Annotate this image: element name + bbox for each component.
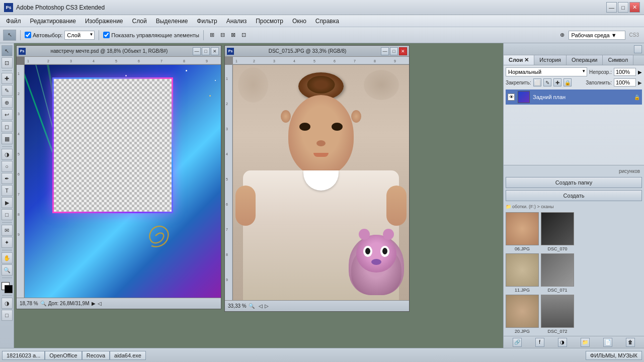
doc2-close[interactable]: ✕ xyxy=(399,47,407,55)
blend-mode-dropdown[interactable]: Нормальный ▼ xyxy=(506,67,587,76)
opacity-input[interactable] xyxy=(614,68,636,76)
doc1-minimize[interactable]: — xyxy=(193,47,201,55)
screen-mode-btn[interactable]: □ xyxy=(2,310,13,321)
mask-mode-btn[interactable]: ◑ xyxy=(2,298,13,309)
delete-layer-btn[interactable]: 🗑 xyxy=(626,338,635,347)
color-picker[interactable] xyxy=(2,282,13,293)
panel-menu-button[interactable] xyxy=(634,45,642,53)
create-folder-button[interactable]: Создать папку xyxy=(506,177,642,188)
fill-input[interactable] xyxy=(614,78,636,86)
doc1-close[interactable]: ✕ xyxy=(211,47,219,55)
menu-file[interactable]: Файл xyxy=(2,17,25,26)
thumb-item-1[interactable]: 06.JPG xyxy=(506,212,539,251)
doc1-zoom-icon[interactable]: 🔍 xyxy=(40,301,46,306)
hand-tool[interactable]: ✋ xyxy=(2,252,13,263)
doc2-zoom-icon[interactable]: 🔍 xyxy=(249,303,255,309)
add-mask-btn[interactable]: ◑ xyxy=(558,338,567,347)
close-button[interactable]: ✕ xyxy=(629,2,640,13)
menu-image[interactable]: Изображение xyxy=(81,17,127,26)
doc1-scroll[interactable]: ◁ xyxy=(98,301,102,306)
workspace-dropdown[interactable]: Рабочая среда ▼ xyxy=(569,31,625,40)
move-tool-button[interactable]: ↖ xyxy=(3,30,16,41)
menu-layer[interactable]: Слой xyxy=(128,17,151,26)
new-layer-btn[interactable]: 📄 xyxy=(603,338,612,347)
dodge-tool[interactable]: ○ xyxy=(2,161,13,172)
align-center-btn[interactable]: ⊟ xyxy=(218,31,227,39)
new-group-btn[interactable]: 📁 xyxy=(581,338,590,347)
menu-analysis[interactable]: Анализ xyxy=(222,17,251,26)
opacity-arrow[interactable]: ▶ xyxy=(638,69,642,75)
doc2-scroll-right[interactable]: ▷ xyxy=(265,303,269,309)
doc2-minimize[interactable]: — xyxy=(381,47,389,55)
minimize-button[interactable]: — xyxy=(606,2,617,13)
create-button[interactable]: Создать xyxy=(506,190,642,201)
gradient-tool[interactable]: ▦ xyxy=(2,133,13,144)
show-elements-label[interactable]: Показать управляющие элементы xyxy=(103,32,199,38)
lock-all-btn[interactable]: 🔒 xyxy=(564,78,572,86)
tab-layers[interactable]: Слои ✕ xyxy=(504,55,534,65)
blur-tool[interactable]: ◑ xyxy=(2,149,13,160)
crop-tool[interactable]: ⊡ xyxy=(2,57,13,68)
shape-tool[interactable]: □ xyxy=(2,209,13,220)
eraser-tool[interactable]: ◻ xyxy=(2,121,13,132)
doc2-scroll[interactable]: ◁ xyxy=(259,303,263,309)
history-brush-tool[interactable]: ↩ xyxy=(2,109,13,120)
document-window-1[interactable]: Ps навстречу мечте.psd @ 18,8% (Объект 1… xyxy=(16,45,221,309)
notes-tool[interactable]: ✉ xyxy=(2,225,13,236)
document-window-2[interactable]: Ps DSC_0715.JPG @ 33,3% (RGB/8) — □ ✕ 1 … xyxy=(224,45,410,312)
tab-history[interactable]: История xyxy=(534,55,567,65)
status-recova[interactable]: Recova xyxy=(82,351,110,360)
brush-tool[interactable]: ✎ xyxy=(2,85,13,96)
align-right-btn[interactable]: ⊠ xyxy=(229,31,237,39)
show-elements-checkbox[interactable] xyxy=(103,32,110,38)
lock-position-btn[interactable]: ✚ xyxy=(553,78,561,86)
thumb-item-6[interactable]: DSC_072 xyxy=(541,295,574,334)
fill-arrow[interactable]: ▶ xyxy=(638,80,642,85)
status-coords[interactable]: 18216023 а... xyxy=(2,351,45,360)
selection-tool[interactable]: ↖ xyxy=(2,45,13,56)
swirl-decoration xyxy=(135,216,176,256)
foreground-color[interactable] xyxy=(5,285,13,293)
healing-tool[interactable]: ✚ xyxy=(2,73,13,84)
doc2-titlebar[interactable]: Ps DSC_0715.JPG @ 33,3% (RGB/8) — □ ✕ xyxy=(225,46,409,57)
add-style-btn[interactable]: f xyxy=(535,338,544,347)
doc2-maximize[interactable]: □ xyxy=(390,47,398,55)
layer-item[interactable]: 👁 Задний план 🔒 xyxy=(506,89,642,105)
layer-visibility-toggle[interactable]: 👁 xyxy=(508,94,515,101)
tab-operations[interactable]: Операции xyxy=(567,55,603,65)
status-openoffice[interactable]: OpenOffice xyxy=(45,351,82,360)
menu-edit[interactable]: Редактирование xyxy=(26,17,80,26)
text-tool[interactable]: T xyxy=(2,185,13,196)
status-aida64[interactable]: aida64.exe xyxy=(110,351,146,360)
menu-view[interactable]: Просмотр xyxy=(252,17,287,26)
menu-filter[interactable]: Фильтр xyxy=(193,17,221,26)
doc1-canvas xyxy=(25,65,221,298)
menu-help[interactable]: Справка xyxy=(311,17,343,26)
menu-select[interactable]: Выделение xyxy=(152,17,192,26)
thumb-item-3[interactable]: 11.JPG xyxy=(506,253,539,293)
path-select-tool[interactable]: ▶ xyxy=(2,197,13,208)
status-media[interactable]: ФИЛЬМЫ, МУЗЫК xyxy=(586,351,642,360)
doc1-titlebar[interactable]: Ps навстречу мечте.psd @ 18,8% (Объект 1… xyxy=(17,46,221,57)
thumb-item-5[interactable]: 20.JPG xyxy=(506,295,539,334)
doc1-arrow[interactable]: ▶ xyxy=(92,301,96,306)
maximize-button[interactable]: □ xyxy=(618,2,628,13)
thumb-item-2[interactable]: DSC_070 xyxy=(541,212,574,251)
layer-dropdown[interactable]: Слой ▼ xyxy=(64,31,95,40)
pen-tool[interactable]: ✒ xyxy=(2,173,13,184)
doc1-maximize[interactable]: □ xyxy=(202,47,210,55)
menu-window[interactable]: Окно xyxy=(288,17,310,26)
lock-image-btn[interactable]: ✎ xyxy=(543,78,551,86)
autovybor-checkbox[interactable] xyxy=(25,32,31,38)
zoom-tool[interactable]: 🔍 xyxy=(2,264,13,276)
link-layers-btn[interactable]: 🔗 xyxy=(513,338,522,347)
canvas-btn[interactable]: ⊕ xyxy=(558,31,567,39)
distribute-btn[interactable]: ⊡ xyxy=(239,31,248,39)
clone-tool[interactable]: ⊕ xyxy=(2,97,13,108)
autovybor-label[interactable]: Автовыбор: xyxy=(25,32,62,38)
tab-symbol[interactable]: Символ xyxy=(603,55,633,65)
lock-transparent-btn[interactable]: ⬜ xyxy=(533,78,541,86)
thumb-item-4[interactable]: DSC_071 xyxy=(541,253,574,293)
eyedropper-tool[interactable]: ✦ xyxy=(2,237,13,248)
align-left-btn[interactable]: ⊞ xyxy=(208,31,216,39)
